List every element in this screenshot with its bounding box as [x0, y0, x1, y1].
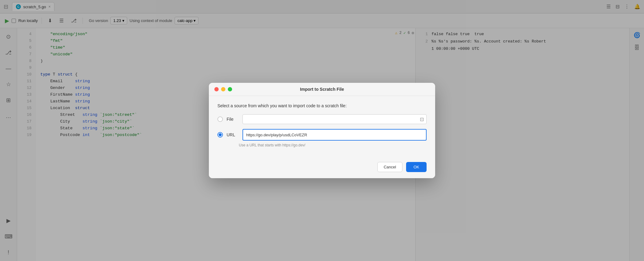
modal-footer: Cancel OK	[209, 157, 435, 178]
url-option-row: URL	[217, 129, 427, 141]
url-input-wrapper[interactable]	[242, 129, 427, 141]
url-input[interactable]	[246, 133, 423, 137]
traffic-lights	[214, 87, 232, 91]
file-input-wrapper[interactable]: ⊡	[242, 114, 427, 124]
url-radio[interactable]	[217, 132, 223, 138]
minimize-traffic-light[interactable]	[221, 87, 225, 91]
close-traffic-light[interactable]	[214, 87, 219, 91]
modal-body: Select a source from which you want to i…	[209, 96, 435, 157]
modal-description: Select a source from which you want to i…	[217, 103, 427, 108]
modal-overlay: Import to Scratch File Select a source f…	[0, 0, 644, 261]
url-option-label: URL	[227, 132, 239, 137]
file-input[interactable]	[245, 117, 420, 122]
modal-title: Import to Scratch File	[300, 87, 344, 92]
maximize-traffic-light[interactable]	[228, 87, 232, 91]
file-radio[interactable]	[217, 116, 223, 122]
import-modal: Import to Scratch File Select a source f…	[209, 83, 435, 178]
file-option-label: File	[227, 117, 239, 122]
modal-titlebar: Import to Scratch File	[209, 83, 435, 96]
ok-button[interactable]: OK	[406, 162, 427, 172]
file-option-row: File ⊡	[217, 114, 427, 124]
url-radio-inner	[219, 133, 222, 136]
cancel-button[interactable]: Cancel	[377, 162, 402, 172]
browse-icon[interactable]: ⊡	[420, 116, 424, 122]
url-hint: Use a URL that starts with https://go.de…	[239, 143, 427, 147]
